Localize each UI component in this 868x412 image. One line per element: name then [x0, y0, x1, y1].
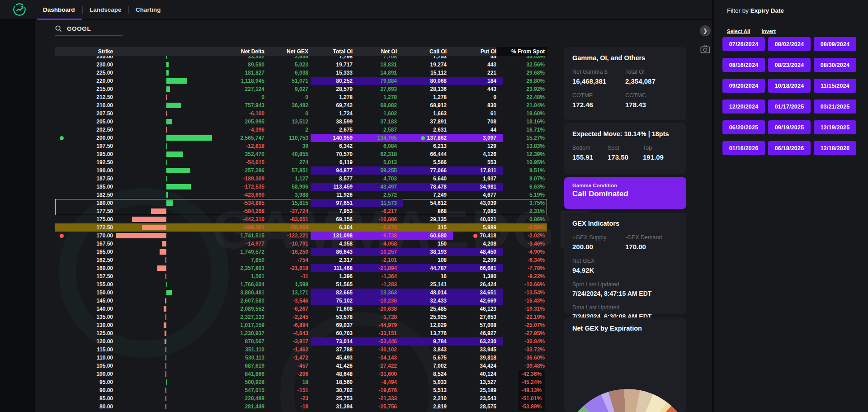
ticker-search-input[interactable] — [66, 25, 118, 33]
table-row[interactable]: 130.001,017,159-6,89469,037-44,97912,029… — [55, 321, 547, 329]
expiry-date-button[interactable]: 08/09/2024 — [814, 37, 856, 51]
table-row[interactable]: 182.50-423,6903,98811,9262,5727,2494,677… — [55, 191, 547, 199]
tab-landscape[interactable]: Landscape — [90, 0, 122, 19]
expiry-date-button[interactable]: 11/15/2024 — [814, 79, 856, 93]
cell-net-gex: -754 — [297, 256, 308, 264]
table-row[interactable]: 100.00841,866-20648,648-31,6008,52440,12… — [55, 370, 547, 378]
table-row[interactable]: 120.00870,567-3,91773,014-53,4469,78463,… — [55, 337, 547, 346]
expiry-date-button[interactable]: 12/20/2024 — [722, 99, 765, 114]
cell-net-gex: 58,906 — [292, 183, 308, 191]
table-row[interactable]: 145.002,607,583-3,54675,102-10,23632,433… — [55, 297, 547, 305]
cell-net-delta: -584,268 — [243, 207, 264, 215]
table-row[interactable]: 95.00500,9281818,560-8,4945,03313,527-45… — [55, 378, 547, 386]
table-row[interactable]: 205.00205,99513,51238,59937,18337,891708… — [55, 118, 547, 126]
table-row[interactable]: 220.001,118,94551,07180,25279,88480,0681… — [55, 77, 547, 85]
table-row[interactable]: 177.50-584,268-37,7247,953-6,2178687,085… — [55, 207, 547, 215]
expiry-date-button[interactable]: 06/18/2026 — [768, 141, 811, 155]
table-row[interactable]: 202.50-4,39622,6752,5872,6314416.71% — [55, 126, 547, 134]
screenshot-camera-icon[interactable] — [700, 45, 710, 54]
col-header-net-gex[interactable]: Net GEX — [287, 47, 308, 56]
cell-net-delta: 530,113 — [245, 354, 264, 362]
table-row[interactable]: 135.002,327,133-2,24553,578-1,72825,9252… — [55, 313, 547, 321]
expiry-date-button[interactable]: 08/23/2024 — [768, 58, 811, 72]
collapse-panel-button[interactable]: ❯ — [700, 25, 711, 36]
table-row[interactable]: 207.50-6,10001,7241,6021,6636119.60% — [55, 109, 547, 118]
col-header-net-delta[interactable]: Net Delta — [241, 47, 264, 56]
expiry-date-button[interactable]: 09/20/2024 — [722, 79, 765, 93]
col-header-total-oi[interactable]: Total OI — [333, 47, 353, 56]
cell-net-gex: 0 — [305, 93, 308, 101]
cell-pct-from-spot: -16.43% — [524, 297, 545, 305]
table-row[interactable]: 195.00352,47040,85570,57062,31866,4444,1… — [55, 150, 547, 158]
col-header-net-oi[interactable]: Net OI — [381, 47, 397, 56]
expiry-date-button[interactable]: 03/21/2025 — [814, 99, 856, 114]
table-row[interactable]: 90.00547,015-15130,702-19,6765,51325,189… — [55, 386, 547, 394]
table-row[interactable]: 210.00757,94336,48269,74268,08268,912830… — [55, 101, 547, 109]
table-row[interactable]: 150.003,800,48113,17182,66513,36348,0143… — [55, 289, 547, 297]
tab-dashboard[interactable]: Dashboard — [43, 0, 75, 19]
gex-indicators-card: GEX Indicators +GEX Supply 200.00 -GEX D… — [564, 213, 686, 314]
expiry-date-button[interactable]: 01/16/2026 — [722, 141, 765, 155]
table-row[interactable]: 225.00181,8276,03815,33314,89115,1122212… — [55, 69, 547, 77]
table-row[interactable]: 175.00-442,310-83,65169,156-10,88629,135… — [55, 215, 547, 223]
expiry-date-button[interactable]: 08/30/2024 — [814, 58, 856, 72]
invert-link[interactable]: Invert — [762, 28, 776, 34]
select-all-link[interactable]: Select All — [727, 28, 750, 34]
table-row[interactable]: 80.00281,449-1831,394-25,7562,81928,575-… — [55, 403, 547, 411]
table-row[interactable]: 115.00351,110-1,46237,788-30,1023,84333,… — [55, 346, 547, 354]
table-row[interactable]: 170.001,741,515-122,221131,098-9,73860,6… — [55, 232, 547, 240]
net-gex-bar — [165, 347, 166, 352]
expiry-date-button[interactable]: 08/16/2024 — [722, 58, 765, 72]
expiry-date-button[interactable]: 01/17/2025 — [768, 99, 811, 114]
expiry-date-button[interactable]: 09/19/2025 — [768, 120, 811, 134]
net-gex-bar — [166, 119, 172, 124]
table-row[interactable]: 85.00220,488-2325,753-21,3332,21023,543-… — [55, 394, 547, 403]
expiry-date-button[interactable]: 12/18/2026 — [814, 141, 856, 155]
expiry-date-button[interactable]: 12/19/2025 — [814, 120, 856, 134]
cell-net-delta: 2,607,583 — [241, 297, 264, 305]
cell-net-oi: -1,728 — [382, 313, 397, 321]
table-row[interactable]: 180.00-534,88515,81597,65111,57354,61243… — [55, 199, 547, 207]
cell-total-oi: 69,037 — [336, 321, 353, 329]
table-row[interactable]: 230.0089,5805,02319,71718,83119,27444332… — [55, 61, 547, 69]
table-row[interactable]: 167.50-14,977-10,7914,358-4,0581504,208-… — [55, 240, 547, 248]
col-header-strike[interactable]: Strike — [98, 47, 113, 56]
cell-total-oi: 69,156 — [336, 215, 353, 223]
gammaedge-dashboard: Dashboard Landscape Charting ❯ GAMMAEDGE… — [0, 0, 868, 412]
table-row[interactable]: 162.507,850-7542,317-2,1011082,209-6.34% — [55, 256, 547, 264]
table-row[interactable]: 125.001,230,937-4,64360,703-33,15113,776… — [55, 329, 547, 337]
table-row[interactable]: 160.002,357,803-21,618111,468-21,89444,7… — [55, 264, 547, 272]
table-row[interactable]: 155.001,766,6041,59851,565-1,28325,14126… — [55, 280, 547, 289]
max-call-oi-dot — [421, 136, 425, 140]
cell-total-oi: 140,959 — [333, 134, 353, 142]
col-header-pct-from-spot[interactable]: % From Spot — [511, 47, 545, 56]
expiry-date-button[interactable]: 07/26/2024 — [722, 37, 765, 51]
table-row[interactable]: 157.501,561-111,396-1,364161,380-9.22% — [55, 272, 547, 280]
table-row[interactable]: 110.00530,113-1,47245,493-34,1435,67539,… — [55, 354, 547, 362]
table-row[interactable]: 197.50-12,818396,3426,0846,21312913.83% — [55, 142, 547, 150]
metric-label: Net Gamma $ — [572, 69, 625, 75]
cell-net-oi: -30,102 — [378, 346, 397, 354]
table-row[interactable]: 172.50-209,301-58,8596,304-5,6743155,989… — [55, 223, 547, 232]
table-row[interactable]: 200.002,565,747110,753140,959134,765137,… — [55, 134, 547, 142]
col-header-call-oi[interactable]: Call OI — [429, 47, 447, 56]
cell-strike: 157.50 — [96, 272, 113, 280]
expiry-date-button[interactable]: 10/18/2024 — [768, 79, 811, 93]
table-row[interactable]: 215.00227,1249,02728,57927,69328,1364432… — [55, 85, 547, 93]
table-row[interactable]: 190.00257,28657,85194,87759,25577,06617,… — [55, 166, 547, 175]
table-row[interactable]: 165.001,749,572-16,25086,643-10,25738,19… — [55, 248, 547, 256]
cell-net-gex: 3,988 — [295, 191, 308, 199]
table-row[interactable]: 185.00-172,53558,906113,45943,49778,4783… — [55, 183, 547, 191]
table-row[interactable]: 105.00687,619-45741,426-27,4227,00234,42… — [55, 362, 547, 370]
tab-charting[interactable]: Charting — [136, 0, 161, 19]
table-row[interactable]: 140.002,089,552-6,26771,608-20,63825,485… — [55, 305, 547, 313]
col-header-put-oi[interactable]: Put OI — [481, 47, 496, 56]
expiry-date-button[interactable]: 06/20/2025 — [722, 120, 765, 134]
cell-pct-from-spot: -0.58% — [528, 223, 545, 232]
table-row[interactable]: 192.50-54,6152746,1195,0135,56655310.95% — [55, 158, 547, 166]
app-logo-icon[interactable] — [12, 2, 27, 17]
table-row[interactable]: 212.50001,2781,2781,278022.48% — [55, 93, 547, 101]
table-row[interactable]: 235.0033,3522,6367,7987,7087,7534535.43% — [55, 56, 547, 61]
table-row[interactable]: 187.50-189,3091,1278,5774,7036,6401,9378… — [55, 175, 547, 183]
expiry-date-button[interactable]: 08/02/2024 — [768, 37, 811, 51]
